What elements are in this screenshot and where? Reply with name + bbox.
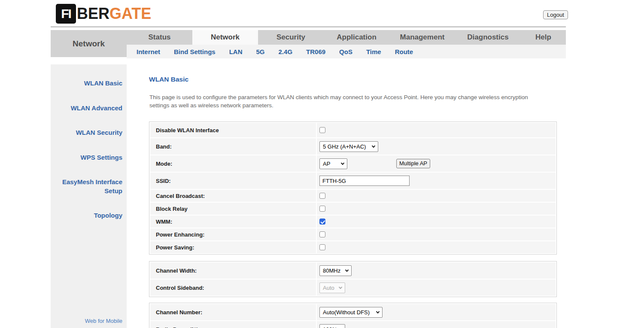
page-title: WLAN Basic bbox=[149, 76, 188, 83]
channel-width-select-value: 80MHz bbox=[323, 267, 340, 274]
page-description: This page is used to configure the param… bbox=[149, 93, 549, 109]
sidebar-item-topology[interactable]: Topology bbox=[52, 211, 122, 220]
sidebar-item-wlan-security[interactable]: WLAN Security bbox=[52, 128, 122, 137]
sub-nav: Internet Bind Settings LAN 5G 2.4G TR069… bbox=[127, 45, 566, 58]
sidebar-item-wlan-basic[interactable]: WLAN Basic bbox=[52, 79, 122, 88]
chevron-down-icon bbox=[345, 268, 349, 271]
row-power-saving: Power Saving: bbox=[150, 241, 556, 253]
row-power-enhancing: Power Enhancing: bbox=[150, 228, 556, 240]
row-ssid: SSID: bbox=[150, 173, 556, 189]
row-control-sideband: Control Sideband: Auto bbox=[150, 279, 556, 296]
subnav-5g[interactable]: 5G bbox=[256, 48, 265, 55]
fibergate-logo: FI BER GATE bbox=[56, 4, 151, 24]
channel-width-label: Channel Width: bbox=[150, 262, 316, 279]
cancel-broadcast-label: Cancel Broadcast: bbox=[150, 190, 316, 202]
subnav-route[interactable]: Route bbox=[395, 48, 413, 55]
chevron-down-icon bbox=[341, 161, 344, 164]
tab-help[interactable]: Help bbox=[521, 30, 566, 45]
tab-application[interactable]: Application bbox=[324, 30, 389, 45]
subnav-qos[interactable]: QoS bbox=[339, 48, 352, 55]
mode-select[interactable]: AP bbox=[319, 158, 347, 169]
chevron-down-icon bbox=[372, 144, 375, 147]
power-saving-checkbox[interactable] bbox=[319, 244, 325, 250]
row-radio-power: Radio Power(%): 100% bbox=[150, 321, 556, 328]
chevron-down-icon bbox=[376, 310, 380, 313]
band-select[interactable]: 5 GHz (A+N+AC) bbox=[319, 141, 378, 152]
row-block-relay: Block Relay bbox=[150, 203, 556, 215]
web-for-mobile-link[interactable]: Web for Mobile bbox=[85, 318, 122, 324]
channel-number-label: Channel Number: bbox=[150, 304, 316, 320]
cancel-broadcast-checkbox[interactable] bbox=[319, 193, 325, 199]
logo-fi-icon: FI bbox=[56, 4, 76, 24]
wmm-label: WMM: bbox=[150, 216, 316, 228]
tab-diagnostics[interactable]: Diagnostics bbox=[455, 30, 521, 45]
power-enhancing-label: Power Enhancing: bbox=[150, 228, 316, 240]
sidebar: WLAN Basic WLAN Advanced WLAN Security W… bbox=[51, 64, 127, 328]
subnav-tr069[interactable]: TR069 bbox=[306, 48, 325, 55]
disable-wlan-checkbox[interactable] bbox=[319, 127, 325, 133]
tab-status[interactable]: Status bbox=[127, 30, 192, 45]
control-sideband-label: Control Sideband: bbox=[150, 279, 316, 296]
tab-network[interactable]: Network bbox=[192, 30, 258, 45]
band-label: Band: bbox=[150, 138, 316, 155]
main-content: WLAN Basic This page is used to configur… bbox=[149, 58, 557, 328]
subnav-internet[interactable]: Internet bbox=[137, 48, 160, 55]
subnav-bind-settings[interactable]: Bind Settings bbox=[174, 48, 216, 55]
header-divider bbox=[51, 26, 566, 27]
row-channel-width: Channel Width: 80MHz bbox=[150, 262, 556, 279]
radio-power-select[interactable]: 100% bbox=[319, 324, 345, 328]
channel-number-select[interactable]: Auto(Without DFS) bbox=[319, 307, 383, 318]
subnav-time[interactable]: Time bbox=[366, 48, 381, 55]
channel-width-panel: Channel Width: 80MHz Control Sideband: A… bbox=[149, 261, 557, 297]
tab-management[interactable]: Management bbox=[389, 30, 455, 45]
row-band: Band: 5 GHz (A+N+AC) bbox=[150, 138, 556, 155]
block-relay-label: Block Relay bbox=[150, 203, 316, 215]
row-channel-number: Channel Number: Auto(Without DFS) bbox=[150, 304, 556, 320]
mode-label: Mode: bbox=[150, 155, 316, 172]
ssid-input[interactable] bbox=[319, 176, 410, 186]
wmm-checkbox[interactable] bbox=[319, 219, 325, 225]
subnav-lan[interactable]: LAN bbox=[229, 48, 243, 55]
row-cancel-broadcast: Cancel Broadcast: bbox=[150, 190, 556, 202]
subnav-24g[interactable]: 2.4G bbox=[279, 48, 293, 55]
row-mode: Mode: AP Multiple AP bbox=[150, 155, 556, 172]
channel-width-select[interactable]: 80MHz bbox=[319, 265, 352, 276]
mode-select-value: AP bbox=[323, 161, 330, 167]
channel-number-panel: Channel Number: Auto(Without DFS) Radio … bbox=[149, 303, 557, 328]
wlan-basic-panel: Disable WLAN Interface Band: 5 GHz (A+N+… bbox=[149, 121, 557, 255]
channel-number-select-value: Auto(Without DFS) bbox=[323, 309, 370, 316]
tab-security[interactable]: Security bbox=[258, 30, 324, 45]
block-relay-checkbox[interactable] bbox=[319, 206, 325, 212]
main-nav-tabs: Status Network Security Application Mana… bbox=[127, 30, 566, 45]
header: FI BER GATE Logout bbox=[0, 0, 644, 30]
sidebar-item-wps-settings[interactable]: WPS Settings bbox=[52, 153, 122, 162]
control-sideband-select: Auto bbox=[319, 282, 345, 293]
logo-gate-text: GATE bbox=[109, 5, 151, 23]
section-title-box: Network bbox=[51, 30, 127, 57]
logout-button[interactable]: Logout bbox=[543, 10, 568, 19]
chevron-down-icon bbox=[339, 285, 342, 289]
radio-power-select-value: 100% bbox=[323, 326, 337, 328]
control-sideband-select-value: Auto bbox=[323, 285, 334, 291]
power-saving-label: Power Saving: bbox=[150, 241, 316, 253]
band-select-value: 5 GHz (A+N+AC) bbox=[323, 143, 366, 150]
sidebar-item-wlan-advanced[interactable]: WLAN Advanced bbox=[52, 103, 122, 112]
row-wmm: WMM: bbox=[150, 216, 556, 228]
ssid-label: SSID: bbox=[150, 173, 316, 189]
row-disable-wlan: Disable WLAN Interface bbox=[150, 123, 556, 137]
sidebar-item-easymesh[interactable]: EasyMesh Interface Setup bbox=[52, 177, 122, 195]
logo-ber-text: BER bbox=[77, 5, 109, 23]
disable-wlan-label: Disable WLAN Interface bbox=[150, 123, 316, 137]
power-enhancing-checkbox[interactable] bbox=[319, 231, 325, 237]
multiple-ap-button[interactable]: Multiple AP bbox=[396, 159, 430, 168]
radio-power-label: Radio Power(%): bbox=[150, 321, 316, 328]
